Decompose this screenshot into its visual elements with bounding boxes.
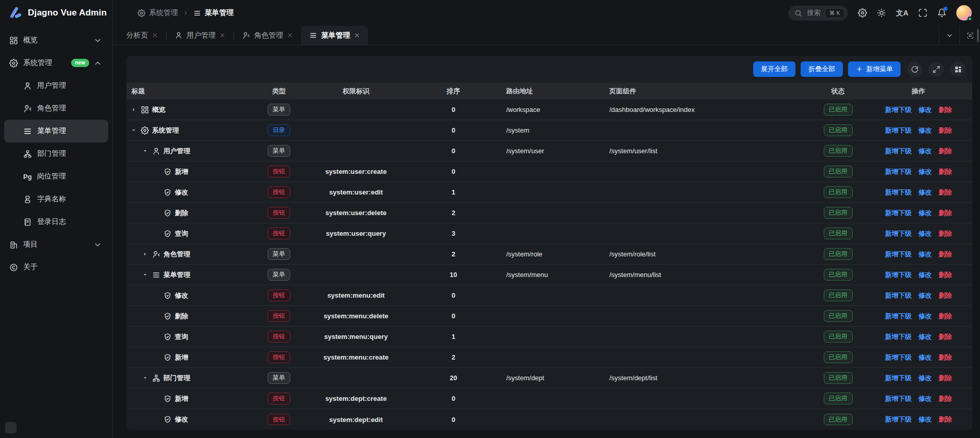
breadcrumb-item-system[interactable]: 系统管理: [138, 8, 178, 18]
sidebar-item-menu[interactable]: 菜单管理: [4, 120, 108, 142]
sidebar-item-log[interactable]: 登录日志: [4, 210, 108, 233]
caret-right-icon[interactable]: [129, 107, 138, 112]
action-delete[interactable]: 删除: [939, 291, 952, 300]
action-delete[interactable]: 删除: [939, 312, 952, 321]
action-add-child[interactable]: 新增下级: [885, 312, 912, 321]
user-avatar[interactable]: [956, 5, 972, 21]
action-add-child[interactable]: 新增下级: [885, 374, 912, 383]
action-add-child[interactable]: 新增下级: [885, 167, 912, 176]
sidebar-item-dept[interactable]: 部门管理: [4, 142, 108, 165]
collapse-all-button[interactable]: 折叠全部: [801, 61, 843, 77]
action-delete[interactable]: 删除: [939, 394, 952, 403]
settings-button[interactable]: [858, 8, 867, 18]
sidebar-item-post[interactable]: Pg岗位管理: [4, 165, 108, 188]
action-delete[interactable]: 删除: [939, 126, 952, 135]
sidebar-item-role[interactable]: 角色管理: [4, 97, 108, 120]
action-edit[interactable]: 修改: [919, 332, 932, 342]
caret-right-icon[interactable]: [141, 251, 149, 257]
table-fullscreen-button[interactable]: [928, 61, 944, 77]
action-add-child[interactable]: 新增下级: [885, 270, 912, 280]
action-add-child[interactable]: 新增下级: [885, 147, 912, 156]
tab-analysis[interactable]: 分析页: [118, 26, 166, 45]
action-add-child[interactable]: 新增下级: [885, 105, 912, 115]
action-add-child[interactable]: 新增下级: [885, 188, 912, 197]
action-edit[interactable]: 修改: [919, 415, 932, 424]
caret-down-icon[interactable]: [129, 127, 138, 133]
action-delete[interactable]: 删除: [939, 105, 952, 115]
tabs-menu-button[interactable]: [939, 26, 959, 45]
action-delete[interactable]: 删除: [939, 353, 952, 362]
action-delete[interactable]: 删除: [939, 332, 952, 342]
caret-down-icon[interactable]: [141, 148, 149, 154]
action-edit[interactable]: 修改: [919, 394, 932, 403]
theme-toggle-button[interactable]: [877, 8, 886, 18]
action-edit[interactable]: 修改: [919, 126, 932, 135]
breadcrumb-item-menu[interactable]: 菜单管理: [193, 8, 234, 18]
action-add-child[interactable]: 新增下级: [885, 126, 912, 135]
action-add-child[interactable]: 新增下级: [885, 415, 912, 424]
action-edit[interactable]: 修改: [919, 374, 932, 383]
language-button[interactable]: 文A: [896, 9, 908, 17]
notifications-button[interactable]: [937, 8, 946, 18]
action-delete[interactable]: 删除: [939, 229, 952, 238]
action-delete[interactable]: 删除: [939, 208, 952, 218]
action-delete[interactable]: 删除: [939, 250, 952, 259]
sidebar-item-user[interactable]: 用户管理: [4, 74, 108, 97]
action-delete[interactable]: 删除: [939, 188, 952, 197]
action-edit[interactable]: 修改: [919, 167, 932, 176]
action-edit[interactable]: 修改: [919, 250, 932, 259]
action-edit[interactable]: 修改: [919, 312, 932, 321]
action-delete[interactable]: 删除: [939, 415, 952, 424]
cell-type: 按钮: [253, 351, 305, 363]
action-delete[interactable]: 删除: [939, 167, 952, 176]
sidebar-item-overview[interactable]: 概览: [4, 29, 108, 52]
action-edit[interactable]: 修改: [919, 147, 932, 156]
action-add-child[interactable]: 新增下级: [885, 353, 912, 362]
column-settings-button[interactable]: [950, 61, 966, 77]
action-edit[interactable]: 修改: [919, 270, 932, 280]
fullscreen-button[interactable]: [918, 8, 927, 18]
action-add-child[interactable]: 新增下级: [885, 332, 912, 342]
cell-actions: 新增下级修改删除: [865, 188, 972, 197]
action-add-child[interactable]: 新增下级: [885, 229, 912, 238]
sidebar-collapse-button[interactable]: [5, 422, 16, 433]
tab-role[interactable]: 角色管理: [234, 26, 301, 45]
refresh-table-button[interactable]: [907, 61, 922, 77]
sidebar-item-project[interactable]: 项目: [4, 233, 108, 256]
action-delete[interactable]: 删除: [939, 147, 952, 156]
sidebar-item-about[interactable]: 关于: [4, 256, 108, 279]
action-add-child[interactable]: 新增下级: [885, 291, 912, 300]
tab-user[interactable]: 用户管理: [167, 26, 234, 45]
close-icon[interactable]: [220, 33, 225, 38]
action-add-child[interactable]: 新增下级: [885, 250, 912, 259]
cell-sort: 0: [407, 106, 500, 113]
close-icon[interactable]: [287, 33, 293, 38]
cell-sort: 20: [407, 374, 500, 382]
scrollbar-thumb[interactable]: [977, 29, 979, 42]
action-edit[interactable]: 修改: [919, 291, 932, 300]
add-menu-button[interactable]: 新增菜单: [848, 61, 901, 77]
tab-menu[interactable]: 菜单管理: [301, 26, 368, 45]
action-edit[interactable]: 修改: [919, 353, 932, 362]
close-icon[interactable]: [354, 33, 360, 38]
plus-icon: [856, 66, 863, 73]
action-edit[interactable]: 修改: [919, 105, 932, 115]
cell-permission: system:dept:create: [305, 395, 407, 402]
action-add-child[interactable]: 新增下级: [885, 208, 912, 218]
type-badge: 菜单: [268, 269, 290, 280]
search-input[interactable]: 搜索 ⌘ K: [788, 6, 848, 21]
column-header-status: 状态: [811, 87, 865, 96]
close-icon[interactable]: [152, 33, 158, 38]
sidebar-item-system[interactable]: 系统管理new: [4, 52, 108, 74]
action-edit[interactable]: 修改: [919, 208, 932, 218]
caret-down-icon[interactable]: [141, 375, 149, 381]
expand-all-button[interactable]: 展开全部: [753, 61, 795, 77]
caret-down-icon[interactable]: [141, 272, 149, 278]
logo-icon: [7, 5, 23, 21]
action-edit[interactable]: 修改: [919, 229, 932, 238]
action-delete[interactable]: 删除: [939, 270, 952, 280]
sidebar-item-dict[interactable]: 字典名称: [4, 188, 108, 210]
action-edit[interactable]: 修改: [919, 188, 932, 197]
action-add-child[interactable]: 新增下级: [885, 394, 912, 403]
action-delete[interactable]: 删除: [939, 374, 952, 383]
